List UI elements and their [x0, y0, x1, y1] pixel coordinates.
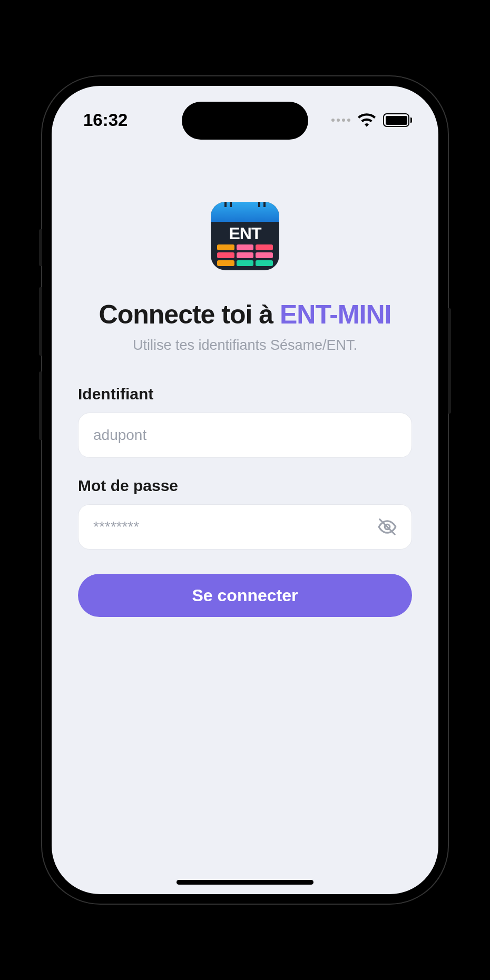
page-subtitle: Utilise tes identifiants Sésame/ENT. — [78, 337, 412, 354]
screen: 16:32 — [52, 86, 438, 894]
battery-icon — [383, 113, 412, 127]
phone-frame: 16:32 — [42, 76, 448, 904]
wifi-icon — [358, 113, 376, 127]
login-screen: ENT Connecte toi à ENT-MINI Utilise tes … — [52, 86, 438, 617]
cellular-signal-icon — [331, 119, 350, 122]
username-label: Identifiant — [78, 385, 412, 403]
page-title: Connecte toi à ENT-MINI — [78, 299, 412, 330]
username-input[interactable] — [78, 413, 412, 458]
password-input[interactable] — [78, 504, 412, 550]
volume-down-button — [39, 371, 42, 440]
dynamic-island — [182, 102, 308, 140]
login-form: Identifiant Mot de passe — [78, 385, 412, 617]
app-logo-icon: ENT — [211, 202, 279, 270]
status-time: 16:32 — [83, 110, 128, 130]
volume-up-button — [39, 287, 42, 356]
password-field-group: Mot de passe — [78, 477, 412, 550]
heading-accent: ENT-MINI — [280, 300, 391, 329]
username-field-group: Identifiant — [78, 385, 412, 458]
status-icons — [331, 113, 412, 127]
side-button — [39, 229, 42, 266]
home-indicator[interactable] — [177, 880, 313, 885]
toggle-password-visibility-icon[interactable] — [377, 517, 397, 537]
power-button — [448, 308, 451, 414]
password-label: Mot de passe — [78, 477, 412, 495]
heading-prefix: Connecte toi à — [99, 300, 280, 329]
login-button[interactable]: Se connecter — [78, 574, 412, 617]
